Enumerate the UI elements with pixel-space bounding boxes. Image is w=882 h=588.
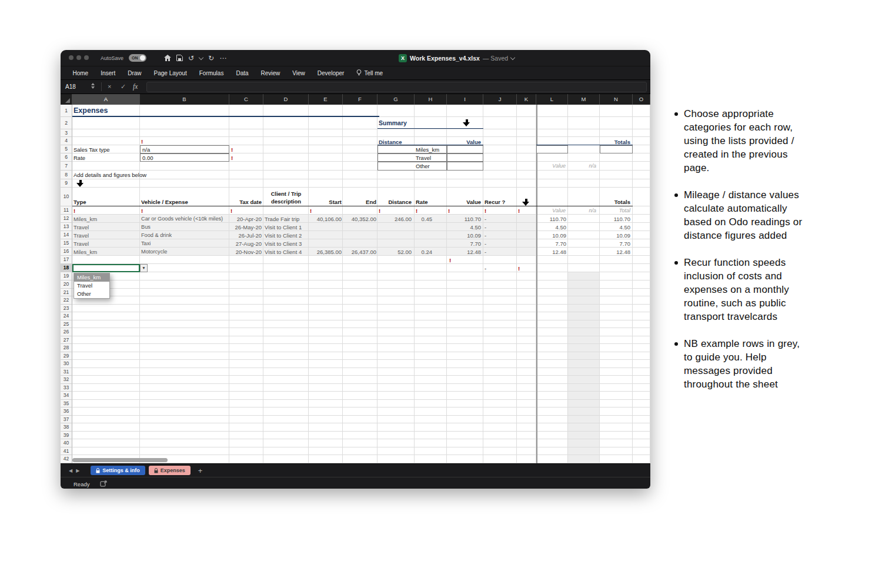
validation-dropdown-list[interactable]: Miles_kmTravelOther bbox=[74, 273, 110, 299]
column-header-f[interactable]: F bbox=[343, 94, 377, 105]
row-header-31[interactable]: 31 bbox=[61, 368, 72, 376]
row-header-18[interactable]: 18 bbox=[61, 264, 72, 272]
spreadsheet-grid[interactable]: ABCDEFGHIJKLMNO 123456789101112131415161… bbox=[61, 94, 650, 463]
row-header-15[interactable]: 15 bbox=[61, 239, 72, 248]
row-header-3[interactable]: 3 bbox=[61, 129, 72, 137]
column-header-j[interactable]: J bbox=[483, 94, 517, 105]
row-header-14[interactable]: 14 bbox=[61, 231, 72, 239]
column-header-o[interactable]: O bbox=[633, 94, 650, 105]
row-header-30[interactable]: 30 bbox=[61, 360, 72, 368]
row-header-16[interactable]: 16 bbox=[61, 248, 72, 256]
horizontal-scrollbar[interactable] bbox=[72, 458, 168, 462]
row-header-2[interactable]: 2 bbox=[61, 117, 72, 129]
maximize-window-icon[interactable] bbox=[84, 55, 89, 60]
row-header-29[interactable]: 29 bbox=[61, 352, 72, 360]
home-icon[interactable] bbox=[164, 53, 171, 64]
confirm-entry-icon[interactable]: ✓ bbox=[121, 80, 126, 93]
column-header-h[interactable]: H bbox=[415, 94, 447, 105]
row-header-21[interactable]: 21 bbox=[61, 289, 72, 296]
add-sheet-button[interactable]: + bbox=[198, 466, 203, 475]
row-header-9[interactable]: 9 bbox=[61, 179, 72, 188]
column-header-l[interactable]: L bbox=[536, 94, 568, 105]
column-header-b[interactable]: B bbox=[140, 94, 229, 105]
save-icon[interactable] bbox=[176, 53, 183, 64]
refresh-icon[interactable]: ↻ bbox=[208, 55, 214, 62]
title-chevron-icon[interactable] bbox=[510, 55, 515, 59]
select-all-corner[interactable] bbox=[61, 94, 72, 105]
row-header-34[interactable]: 34 bbox=[61, 392, 72, 400]
dropdown-item-travel[interactable]: Travel bbox=[74, 282, 109, 290]
sheet-tab-expenses[interactable]: Expenses bbox=[149, 466, 191, 475]
dropdown-button[interactable]: ▼ bbox=[140, 264, 148, 272]
row-header-13[interactable]: 13 bbox=[61, 223, 72, 231]
row-header-26[interactable]: 26 bbox=[61, 328, 72, 336]
tab-developer[interactable]: Developer bbox=[311, 70, 350, 76]
tell-me-button[interactable]: Tell me bbox=[350, 69, 389, 76]
column-header-i[interactable]: I bbox=[447, 94, 483, 105]
window-titlebar[interactable]: AutoSave ON ↺ ↻ ⋯ X Work Expenses_v4.xls… bbox=[61, 50, 650, 66]
row-header-28[interactable]: 28 bbox=[61, 344, 72, 352]
selected-cell-a18[interactable] bbox=[72, 264, 140, 272]
name-box-stepper[interactable] bbox=[91, 83, 95, 89]
column-header-d[interactable]: D bbox=[263, 94, 309, 105]
row-header-7[interactable]: 7 bbox=[61, 162, 72, 171]
tab-view[interactable]: View bbox=[286, 70, 312, 76]
tab-data[interactable]: Data bbox=[230, 70, 255, 76]
row-header-12[interactable]: 12 bbox=[61, 215, 72, 223]
row-header-4[interactable]: 4 bbox=[61, 137, 72, 145]
undo-menu-chevron-icon[interactable] bbox=[199, 55, 203, 59]
sales-tax-type-field[interactable] bbox=[140, 145, 229, 153]
column-header-e[interactable]: E bbox=[309, 94, 343, 105]
more-icon[interactable]: ⋯ bbox=[219, 55, 226, 62]
row-header-35[interactable]: 35 bbox=[61, 400, 72, 408]
tab-scroll-right-icon[interactable]: ▶ bbox=[76, 468, 79, 473]
row-header-38[interactable]: 38 bbox=[61, 423, 72, 432]
row-header-1[interactable]: 1 bbox=[61, 105, 72, 117]
accessibility-icon[interactable] bbox=[100, 479, 107, 489]
tab-draw[interactable]: Draw bbox=[122, 70, 148, 76]
row-header-24[interactable]: 24 bbox=[61, 312, 72, 320]
row-header-39[interactable]: 39 bbox=[61, 432, 72, 440]
tab-home[interactable]: Home bbox=[66, 70, 95, 76]
row-header-42[interactable]: 42 bbox=[61, 455, 72, 463]
row-header-23[interactable]: 23 bbox=[61, 305, 72, 313]
row-header-10[interactable]: 10 bbox=[61, 188, 72, 206]
column-header-k[interactable]: K bbox=[517, 94, 536, 105]
column-header-n[interactable]: N bbox=[600, 94, 633, 105]
row-header-19[interactable]: 19 bbox=[61, 272, 72, 280]
tab-insert[interactable]: Insert bbox=[95, 70, 122, 76]
row-header-36[interactable]: 36 bbox=[61, 407, 72, 416]
row-header-25[interactable]: 25 bbox=[61, 320, 72, 329]
tab-formulas[interactable]: Formulas bbox=[193, 70, 230, 76]
column-header-m[interactable]: M bbox=[568, 94, 600, 105]
insert-function-icon[interactable]: fx bbox=[133, 80, 138, 93]
row-header-33[interactable]: 33 bbox=[61, 384, 72, 392]
row-header-17[interactable]: 17 bbox=[61, 256, 72, 264]
row-header-27[interactable]: 27 bbox=[61, 336, 72, 345]
formula-input[interactable] bbox=[146, 82, 647, 92]
column-header-g[interactable]: G bbox=[377, 94, 415, 105]
minimize-window-icon[interactable] bbox=[76, 55, 81, 60]
sheet-tab-settings-info[interactable]: Settings & info bbox=[91, 466, 145, 475]
row-header-8[interactable]: 8 bbox=[61, 171, 72, 179]
row-header-32[interactable]: 32 bbox=[61, 376, 72, 384]
name-box[interactable]: A18 bbox=[65, 80, 76, 93]
row-header-20[interactable]: 20 bbox=[61, 280, 72, 289]
row-header-37[interactable]: 37 bbox=[61, 416, 72, 424]
sales-tax-rate-field[interactable] bbox=[140, 153, 229, 162]
column-header-a[interactable]: A bbox=[72, 94, 140, 105]
dropdown-item-miles_km[interactable]: Miles_km bbox=[74, 273, 109, 282]
row-header-40[interactable]: 40 bbox=[61, 439, 72, 447]
row-header-6[interactable]: 6 bbox=[61, 153, 72, 162]
tab-page-layout[interactable]: Page Layout bbox=[148, 70, 193, 76]
column-header-c[interactable]: C bbox=[229, 94, 263, 105]
row-header-22[interactable]: 22 bbox=[61, 296, 72, 305]
tab-review[interactable]: Review bbox=[255, 70, 286, 76]
undo-icon[interactable]: ↺ bbox=[188, 55, 194, 62]
autosave-toggle[interactable]: ON bbox=[129, 54, 146, 62]
dropdown-item-other[interactable]: Other bbox=[74, 290, 109, 298]
row-header-11[interactable]: 11 bbox=[61, 206, 72, 215]
tab-scroll-left-icon[interactable]: ◀ bbox=[69, 468, 72, 473]
row-header-41[interactable]: 41 bbox=[61, 447, 72, 456]
close-window-icon[interactable] bbox=[69, 55, 74, 60]
